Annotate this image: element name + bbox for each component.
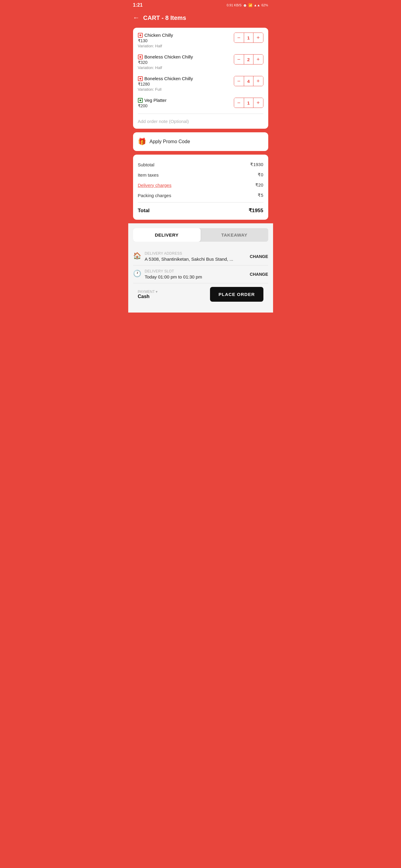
change-slot-button[interactable]: CHANGE	[250, 271, 268, 278]
decrease-qty-button[interactable]: −	[234, 55, 244, 64]
address-value: A 5308, Shantiniketan, Sakchi Bus Stand,…	[145, 256, 246, 261]
slot-label: DELIVERY SLOT	[145, 269, 246, 273]
status-time: 1:21	[133, 2, 143, 8]
decrease-qty-button[interactable]: −	[234, 33, 244, 42]
dropdown-icon: ▾	[156, 290, 157, 294]
delivery-charges-value: ₹20	[255, 182, 263, 188]
quantity-control: − 1 +	[234, 33, 263, 43]
quantity-control: − 4 +	[234, 76, 263, 86]
main-content: Chicken Chilly ₹130 Variation: Half − 1 …	[128, 28, 273, 220]
status-bar: 1:21 0.91 KB/S ⏰ 📶 ▲▲ 62%	[128, 0, 273, 10]
taxes-label: Item taxes	[138, 173, 159, 178]
cart-item: Chicken Chilly ₹130 Variation: Half − 1 …	[138, 33, 263, 48]
item-price: ₹1280	[138, 82, 234, 87]
cart-item: Boneless Chicken Chilly ₹1280 Variation:…	[138, 76, 263, 92]
summary-divider	[138, 202, 263, 203]
delivery-address-row: 🏠 DELIVERY ADDRESS A 5308, Shantiniketan…	[133, 248, 268, 266]
place-order-button[interactable]: PLACE ORDER	[210, 287, 263, 302]
qty-value: 1	[244, 98, 254, 107]
gift-icon: 🎁	[138, 138, 146, 146]
bottom-section: DELIVERY TAKEAWAY 🏠 DELIVERY ADDRESS A 5…	[128, 223, 273, 313]
slot-value: Today 01:00 pm to 01:30 pm	[145, 274, 246, 279]
item-price: ₹320	[138, 60, 234, 65]
total-value: ₹1955	[249, 207, 263, 214]
increase-qty-button[interactable]: +	[254, 55, 263, 64]
payment-label: PAYMENT ▾	[138, 290, 157, 294]
qty-value: 1	[244, 33, 254, 42]
status-icons: 0.91 KB/S ⏰ 📶 ▲▲ 62%	[227, 3, 268, 7]
qty-value: 2	[244, 55, 254, 64]
increase-qty-button[interactable]: +	[254, 76, 263, 86]
back-button[interactable]: ←	[133, 14, 140, 22]
taxes-value: ₹0	[258, 172, 263, 178]
total-row: Total ₹1955	[138, 204, 263, 215]
item-info: Chicken Chilly ₹130 Variation: Half	[138, 33, 234, 48]
delivery-tab[interactable]: DELIVERY	[133, 228, 201, 242]
battery-level: 62%	[261, 3, 268, 7]
item-variation: Variation: Half	[138, 44, 234, 48]
promo-code-label: Apply Promo Code	[150, 139, 190, 144]
non-veg-icon	[138, 55, 143, 59]
subtotal-label: Subtotal	[138, 162, 154, 167]
address-label: DELIVERY ADDRESS	[145, 251, 246, 255]
item-name: Chicken Chilly	[145, 33, 173, 38]
takeaway-tab[interactable]: TAKEAWAY	[201, 228, 268, 242]
slot-content: DELIVERY SLOT Today 01:00 pm to 01:30 pm	[145, 269, 246, 279]
delivery-row: Delivery charges ₹20	[138, 180, 263, 190]
item-info: Boneless Chicken Chilly ₹1280 Variation:…	[138, 76, 234, 92]
promo-code-card[interactable]: 🎁 Apply Promo Code	[133, 132, 268, 151]
subtotal-value: ₹1930	[250, 162, 263, 167]
item-price: ₹200	[138, 103, 234, 108]
page-title: CART - 8 Items	[143, 14, 186, 22]
signal-icon: ▲▲	[254, 3, 260, 7]
order-note-placeholder: Add order note (Optional)	[138, 119, 189, 124]
cart-items-list: Chicken Chilly ₹130 Variation: Half − 1 …	[133, 28, 268, 114]
item-price: ₹130	[138, 38, 234, 43]
decrease-qty-button[interactable]: −	[234, 76, 244, 86]
item-name: Veg Platter	[145, 98, 167, 103]
footer-bar: PAYMENT ▾ Cash PLACE ORDER	[133, 283, 268, 308]
taxes-row: Item taxes ₹0	[138, 170, 263, 180]
total-label: Total	[138, 208, 150, 214]
order-note-input[interactable]: Add order note (Optional)	[133, 114, 268, 129]
wifi-icon: 📶	[248, 3, 253, 7]
non-veg-icon	[138, 33, 143, 38]
increase-qty-button[interactable]: +	[254, 33, 263, 42]
veg-icon	[138, 98, 143, 103]
cart-item: Veg Platter ₹200 − 1 +	[138, 98, 263, 109]
header: ← CART - 8 Items	[128, 10, 273, 28]
packing-label: Packing charges	[138, 193, 171, 198]
delivery-charges-label[interactable]: Delivery charges	[138, 183, 172, 188]
increase-qty-button[interactable]: +	[254, 98, 263, 107]
decrease-qty-button[interactable]: −	[234, 98, 244, 107]
packing-row: Packing charges ₹5	[138, 190, 263, 200]
item-variation: Variation: Half	[138, 65, 234, 70]
packing-value: ₹5	[258, 193, 263, 198]
cart-item: Boneless Chicken Chilly ₹320 Variation: …	[138, 54, 263, 70]
item-variation: Variation: Full	[138, 87, 234, 92]
delivery-mode-tabs: DELIVERY TAKEAWAY	[133, 228, 268, 242]
item-info: Boneless Chicken Chilly ₹320 Variation: …	[138, 54, 234, 70]
network-speed: 0.91 KB/S	[227, 3, 242, 7]
delivery-slot-row: 🕐 DELIVERY SLOT Today 01:00 pm to 01:30 …	[133, 266, 268, 283]
payment-method: Cash	[138, 294, 157, 299]
address-content: DELIVERY ADDRESS A 5308, Shantiniketan, …	[145, 251, 246, 261]
payment-section[interactable]: PAYMENT ▾ Cash	[138, 290, 157, 299]
home-icon: 🏠	[133, 252, 141, 260]
item-name: Boneless Chicken Chilly	[145, 76, 193, 81]
change-address-button[interactable]: CHANGE	[250, 253, 268, 260]
alarm-icon: ⏰	[243, 3, 247, 7]
item-info: Veg Platter ₹200	[138, 98, 234, 109]
cart-items-card: Chicken Chilly ₹130 Variation: Half − 1 …	[133, 28, 268, 129]
qty-value: 4	[244, 76, 254, 86]
clock-icon: 🕐	[133, 270, 141, 278]
non-veg-icon	[138, 76, 143, 81]
item-name: Boneless Chicken Chilly	[145, 54, 193, 59]
quantity-control: − 2 +	[234, 54, 263, 64]
price-summary-card: Subtotal ₹1930 Item taxes ₹0 Delivery ch…	[133, 155, 268, 220]
subtotal-row: Subtotal ₹1930	[138, 159, 263, 170]
quantity-control: − 1 +	[234, 98, 263, 108]
